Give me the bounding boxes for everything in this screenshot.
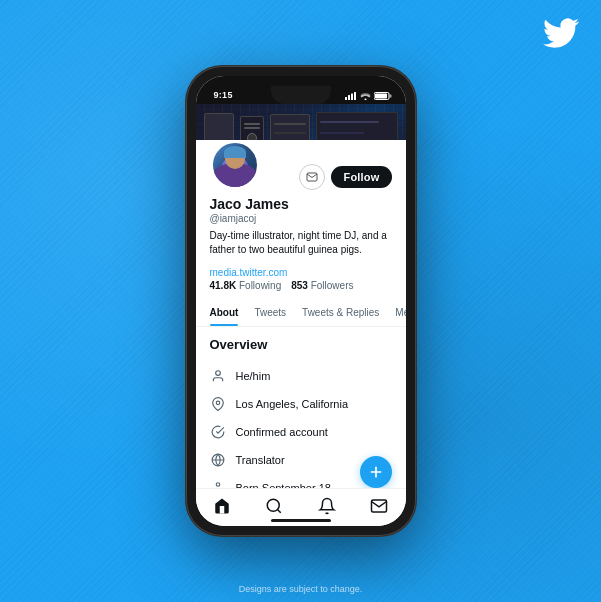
message-icon — [306, 171, 318, 183]
tab-about[interactable]: About — [196, 299, 247, 326]
profile-bio: Day-time illustrator, night time DJ, and… — [210, 229, 392, 257]
status-time: 9:15 — [214, 90, 233, 100]
phone-screen: 9:15 — [196, 76, 406, 526]
phone-frame: 9:15 — [186, 66, 416, 536]
following-label: Following — [239, 280, 281, 291]
home-indicator — [271, 519, 331, 522]
info-row-gender: He/him — [210, 362, 392, 390]
location-icon — [210, 396, 226, 412]
follow-button[interactable]: Follow — [331, 166, 391, 188]
status-icons — [345, 92, 392, 100]
globe-icon — [210, 452, 226, 468]
compose-fab[interactable] — [360, 456, 392, 488]
following-count: 41.8K — [210, 280, 237, 291]
nav-search[interactable] — [259, 491, 289, 521]
info-row-location: Los Angeles, California — [210, 390, 392, 418]
battery-icon — [374, 92, 392, 100]
profile-actions: Follow — [299, 164, 391, 190]
svg-rect-0 — [345, 97, 347, 100]
verified-icon — [210, 424, 226, 440]
phone-notch — [271, 86, 331, 104]
svg-line-12 — [278, 509, 281, 512]
profile-stats: 41.8K Following 853 Followers — [210, 280, 392, 291]
followers-label: Followers — [311, 280, 354, 291]
svg-rect-2 — [351, 94, 353, 101]
disclaimer-text: Designs are subject to change. — [0, 584, 601, 594]
nav-notifications[interactable] — [312, 491, 342, 521]
nav-messages[interactable] — [364, 491, 394, 521]
message-button[interactable] — [299, 164, 325, 190]
overview-title: Overview — [210, 337, 392, 352]
followers-count: 853 — [291, 280, 308, 291]
tab-media[interactable]: Media — [387, 299, 405, 326]
tab-tweets[interactable]: Tweets — [246, 299, 294, 326]
signal-icon — [345, 92, 357, 100]
svg-rect-1 — [348, 95, 350, 100]
nav-home[interactable] — [207, 491, 237, 521]
svg-point-11 — [268, 499, 280, 511]
translator-text: Translator — [236, 454, 285, 466]
svg-point-7 — [215, 371, 220, 376]
avatar — [210, 140, 260, 190]
svg-point-8 — [216, 401, 220, 405]
gender-text: He/him — [236, 370, 271, 382]
profile-section: Follow Jaco James @iamjacoj Day-time ill… — [196, 140, 406, 291]
twitter-logo — [543, 18, 579, 56]
verified-text: Confirmed account — [236, 426, 328, 438]
followers-stat[interactable]: 853 Followers — [291, 280, 353, 291]
profile-name: Jaco James — [210, 196, 392, 213]
profile-handle: @iamjacoj — [210, 213, 392, 224]
following-stat[interactable]: 41.8K Following — [210, 280, 282, 291]
wifi-icon — [360, 92, 371, 100]
phone-mockup: 9:15 — [186, 66, 416, 536]
location-text: Los Angeles, California — [236, 398, 349, 410]
profile-top: Follow — [210, 140, 392, 190]
info-row-verified: Confirmed account — [210, 418, 392, 446]
svg-rect-3 — [354, 92, 356, 100]
svg-rect-6 — [375, 94, 387, 99]
person-icon — [210, 368, 226, 384]
profile-link[interactable]: media.twitter.com — [210, 267, 288, 278]
tab-tweets-replies[interactable]: Tweets & Replies — [294, 299, 387, 326]
svg-rect-5 — [389, 95, 391, 98]
profile-tabs: About Tweets Tweets & Replies Media Li… — [196, 299, 406, 327]
